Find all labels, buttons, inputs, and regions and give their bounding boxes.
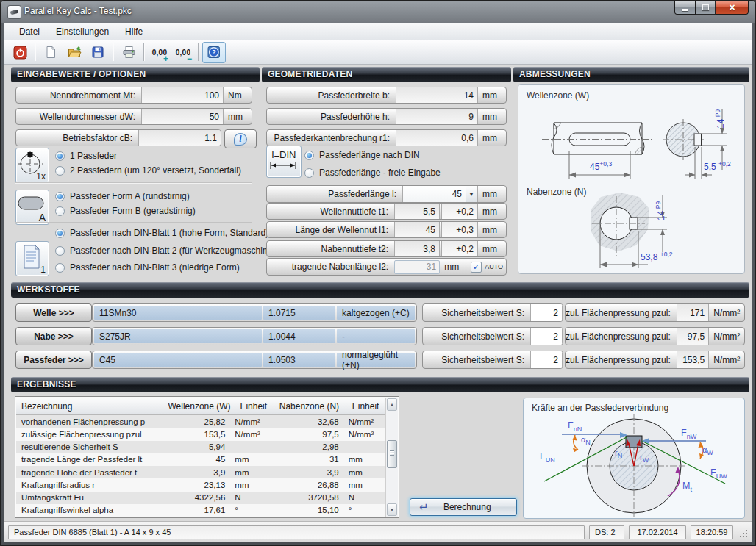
field-wellennut-laenge: Länge der Wellennut l1: 45 +0,3 mm <box>266 221 507 238</box>
radio-din-blatt-1[interactable]: Passfeder nach DIN-Blatt 1 (hohe Form, S… <box>55 227 268 239</box>
wellendurchmesser-input[interactable]: 50 <box>141 109 224 124</box>
open-file-button[interactable] <box>63 42 86 63</box>
radio-icon <box>55 151 65 161</box>
help-button[interactable]: ? <box>202 42 226 63</box>
label-alpha-w: αW <box>702 445 713 456</box>
radio-form-a[interactable]: Passfeder Form A (rundstirnig) <box>55 190 190 202</box>
printer-icon <box>122 46 136 59</box>
scrollbar-thumb[interactable] <box>387 440 397 468</box>
resize-grip[interactable] <box>738 526 748 538</box>
label-rn: rN <box>615 448 622 459</box>
radio-icon <box>55 229 65 238</box>
nabe-material-button[interactable]: Nabe >>> <box>15 327 92 345</box>
close-icon: × <box>729 1 735 13</box>
results-table: Bezeichnung Wellenzone (W) Einheit Naben… <box>15 396 399 518</box>
passfederlaenge-input[interactable]: 45 <box>402 186 466 202</box>
radio-din-blatt-2[interactable]: Passfeder nach DIN-Blatt 2 (für Werkzeug… <box>55 245 280 256</box>
radio-2-passfedern[interactable]: 2 Passfedern (um 120° versetzt, Sonderfa… <box>55 165 241 176</box>
new-document-icon <box>44 46 57 59</box>
dim-wellennut-laenge: 45+0,3 <box>590 160 612 172</box>
field-label: Sicherheitsbeiwert S: <box>423 308 530 318</box>
toolbar-separator <box>143 43 145 61</box>
field-unit: mm <box>478 90 506 101</box>
status-date: 17.02.2014 <box>629 525 686 539</box>
menu-hilfe[interactable]: Hilfe <box>117 24 151 39</box>
field-unit: mm <box>224 112 252 122</box>
radio-label: Passfeder nach DIN-Blatt 3 (niedrige For… <box>70 262 240 273</box>
nabenzone-label: Nabenzone (N) <box>527 187 586 197</box>
din-blatt-icon: 1 <box>15 241 49 276</box>
passfederlaenge-dropdown[interactable]: ▼ <box>466 186 478 202</box>
material-number: 1.0044 <box>263 329 335 343</box>
info-icon: i <box>234 133 247 146</box>
welle-sicherheitsbeiwert: Sicherheitsbeiwert S: 2 <box>422 303 563 322</box>
field-passfederhoehe: Passfederhöhe h: 9 mm <box>266 108 507 125</box>
field-nabennuttiefe: Nabennuttiefe t2: 3,8 +0,2 mm <box>266 240 507 257</box>
icon-label: 1 <box>40 265 46 275</box>
field-nabenlaenge: tragende Nabenlänge l2: 31 mm ✓ AUTO <box>266 258 507 276</box>
field-betriebsfaktor: Betriebsfaktor cB: 1.1 <box>15 129 221 146</box>
results-table-header: Bezeichnung Wellenzone (W) Einheit Naben… <box>16 398 385 415</box>
radio-label: Passfeder Form B (geradstirnig) <box>70 206 196 216</box>
field-label: Nenndrehmoment Mt: <box>16 90 141 101</box>
passfeder-s-input[interactable]: 2 <box>530 351 563 368</box>
nabe-s-input[interactable]: 2 <box>530 328 563 345</box>
radio-icon <box>55 206 65 216</box>
field-passfederlaenge: Passfederlänge l: 45 ▼ mm <box>266 185 507 203</box>
betriebsfaktor-info-button[interactable]: i <box>224 129 257 148</box>
section-header-werkstoffe: WERKSTOFFE <box>11 282 749 298</box>
panel-ergebnisse: ERGEBNISSE Bezeichnung Wellenzone (W) Ei… <box>11 377 749 521</box>
decimal-decrease-button[interactable]: 0,00 − <box>171 42 195 63</box>
field-label: Nabennuttiefe t2: <box>267 244 394 254</box>
table-row: zulässige Flächenpressung pzul153,5N/mm²… <box>16 428 385 440</box>
field-label: Passfederhöhe h: <box>267 112 396 122</box>
decimal-increase-button[interactable]: 0,00 + <box>148 42 171 63</box>
menu-einstellungen[interactable]: Einstellungen <box>48 24 117 39</box>
berechnung-label: Berechnung <box>441 502 516 512</box>
radio-laenge-din[interactable]: Passfederlänge nach DIN <box>304 149 420 161</box>
material-treatment: - <box>337 329 415 343</box>
enter-arrow-icon: ↵ <box>419 500 429 514</box>
save-button[interactable] <box>86 42 110 63</box>
dimension-drawing-box: Wellenzone (W) Nabenzone (N) 45+0,3 14 P… <box>518 84 745 274</box>
new-file-button[interactable] <box>39 42 63 63</box>
scroll-up-icon[interactable]: ▲ <box>387 398 397 411</box>
minimize-button[interactable] <box>674 1 696 15</box>
save-floppy-icon <box>91 46 104 59</box>
field-unit: mm <box>478 206 506 217</box>
radio-din-blatt-3[interactable]: Passfeder nach DIN-Blatt 3 (niedrige For… <box>55 262 240 273</box>
radio-form-b[interactable]: Passfeder Form B (geradstirnig) <box>55 205 196 217</box>
passfeder-material-button[interactable]: Passfeder >>> <box>15 351 92 369</box>
field-label: Betriebsfaktor cB: <box>16 133 138 143</box>
maximize-button[interactable] <box>696 1 716 15</box>
open-folder-icon <box>68 46 82 59</box>
technical-drawing <box>518 85 744 273</box>
betriebsfaktor-input[interactable]: 1.1 <box>138 130 221 146</box>
berechnung-button[interactable]: ↵ Berechnung <box>410 498 517 516</box>
nabe-sicherheitsbeiwert: Sicherheitsbeiwert S: 2 <box>422 327 563 345</box>
radio-1-passfeder[interactable]: 1 Passfeder <box>55 150 117 162</box>
section-header-geometriedaten: GEOMETRIEDATEN <box>262 67 511 82</box>
icon-label: l=DIN <box>267 146 301 160</box>
field-label: zul. Flächenpressung pzul: <box>566 355 677 365</box>
material-name: S275JR <box>94 329 262 343</box>
auto-checkbox[interactable]: ✓ <box>471 262 482 273</box>
table-scrollbar[interactable]: ▲ ▼ <box>385 398 398 517</box>
welle-material-button[interactable]: Welle >>> <box>15 303 92 322</box>
close-button[interactable]: × <box>716 1 749 15</box>
welle-s-input[interactable]: 2 <box>530 304 563 321</box>
nabennuttiefe-value: 3,8 <box>394 241 440 256</box>
exit-button[interactable] <box>8 42 32 63</box>
menu-datei[interactable]: Datei <box>11 24 48 39</box>
toolbar-separator <box>35 43 36 61</box>
passfeder-count-icon: 1x <box>15 148 49 183</box>
radio-label: Passfeder nach DIN-Blatt 1 (hohe Form, S… <box>70 228 268 238</box>
titlebar: Parallel Key Calc - Test.pkc × <box>1 1 755 23</box>
print-button[interactable] <box>117 42 140 63</box>
radio-laenge-frei[interactable]: Passfederlänge - freie Eingabe <box>304 167 441 179</box>
dim-naben-mass: 53,8 +0,2 <box>641 251 672 262</box>
nenndrehmoment-input[interactable]: 100 <box>141 87 224 103</box>
col-einheit-n: Einheit <box>346 401 385 412</box>
help-icon: ? <box>207 46 221 59</box>
scroll-down-icon[interactable]: ▼ <box>387 503 397 516</box>
